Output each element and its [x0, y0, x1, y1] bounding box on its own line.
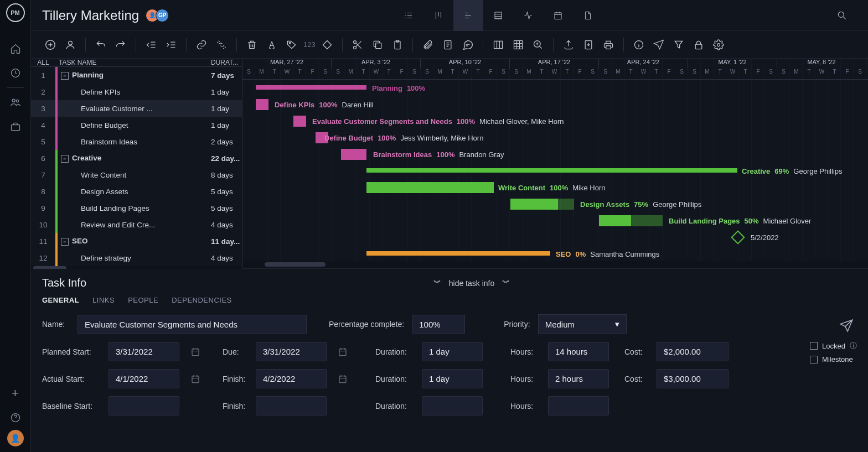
view-sheet-icon[interactable]: [483, 0, 513, 31]
tab-links[interactable]: LINKS: [92, 296, 115, 304]
task-name-input[interactable]: [78, 315, 307, 334]
export-icon[interactable]: [560, 37, 577, 53]
columns-icon[interactable]: [490, 37, 507, 53]
view-activity-icon[interactable]: [513, 0, 543, 31]
tab-people[interactable]: PEOPLE: [128, 296, 158, 304]
task-row[interactable]: 10Review and Edit Cre...4 days: [31, 216, 242, 233]
filter-icon[interactable]: [670, 37, 687, 53]
view-board-icon[interactable]: [423, 0, 453, 31]
send-plane-icon[interactable]: [839, 319, 854, 335]
finish-input[interactable]: [256, 369, 327, 388]
col-header-duration[interactable]: DURAT...: [211, 59, 242, 66]
info-icon[interactable]: [631, 37, 647, 53]
tab-general[interactable]: GENERAL: [42, 296, 79, 304]
outdent-icon[interactable]: [143, 37, 159, 53]
unlink-icon[interactable]: [213, 37, 230, 53]
col-header-all[interactable]: ALL: [31, 59, 55, 66]
user-avatar[interactable]: 👤: [7, 430, 24, 446]
gantt-row[interactable]: 5/2/2022: [242, 229, 868, 246]
settings-icon[interactable]: [710, 37, 727, 53]
task-row[interactable]: 12Define strategy4 days: [31, 250, 242, 266]
view-list-icon[interactable]: [394, 0, 423, 31]
search-icon[interactable]: [827, 0, 857, 31]
task-row[interactable]: 2Define KPIs1 day: [31, 84, 242, 100]
hours-planned-input[interactable]: [548, 342, 609, 361]
zoom-icon[interactable]: [530, 37, 546, 53]
gantt-row[interactable]: Brainstorm Ideas100%Brandon Gray: [242, 146, 868, 163]
calendar-icon[interactable]: [334, 343, 351, 361]
text-icon[interactable]: [264, 37, 280, 53]
briefcase-icon[interactable]: [0, 115, 31, 139]
view-calendar-icon[interactable]: [543, 0, 573, 31]
member-avatar[interactable]: GP: [156, 9, 169, 22]
col-header-name[interactable]: TASK NAME: [55, 59, 211, 66]
project-members[interactable]: 👤 GP: [149, 9, 169, 22]
note-icon[interactable]: [440, 37, 456, 53]
gantt-row[interactable]: SEO0%Samantha Cummings: [242, 246, 868, 262]
milestone-checkbox[interactable]: Milestone: [810, 355, 857, 363]
view-gantt-icon[interactable]: [453, 0, 483, 31]
duration-actual-input[interactable]: [422, 369, 483, 388]
assign-person-icon[interactable]: [62, 37, 79, 53]
indent-icon[interactable]: [163, 37, 179, 53]
task-row[interactable]: 4Define Budget1 day: [31, 117, 242, 133]
gantt-row[interactable]: Build Landing Pages50%Michael Glover: [242, 212, 868, 229]
copy-icon[interactable]: [369, 37, 386, 53]
gantt-row[interactable]: Design Assets75%George Phillips: [242, 196, 868, 212]
grid-icon[interactable]: [510, 37, 526, 53]
task-row[interactable]: 9Build Landing Pages5 days: [31, 200, 242, 216]
attachment-icon[interactable]: [420, 37, 436, 53]
hide-task-info-toggle[interactable]: ︾ hide task info ︾: [433, 278, 510, 288]
redo-icon[interactable]: [112, 37, 129, 53]
people-icon[interactable]: [0, 90, 31, 115]
cut-icon[interactable]: [349, 37, 366, 53]
task-row[interactable]: 7Write Content8 days: [31, 167, 242, 183]
help-icon[interactable]: [0, 406, 31, 430]
tag-icon[interactable]: [283, 37, 300, 53]
task-row[interactable]: 5Brainstorm Ideas2 days: [31, 133, 242, 150]
locked-checkbox[interactable]: Lockedⓘ: [810, 341, 857, 351]
link-icon[interactable]: [193, 37, 210, 53]
clock-icon[interactable]: [0, 61, 31, 85]
gantt-chart[interactable]: MAR, 27 '22APR, 3 '22APR, 10 '22APR, 17 …: [242, 59, 868, 268]
pct-input[interactable]: [412, 315, 465, 334]
gantt-row[interactable]: Planning100%: [242, 80, 868, 96]
gantt-scrollbar[interactable]: [242, 261, 868, 268]
cost-actual-input[interactable]: [657, 369, 728, 388]
lock-icon[interactable]: [690, 37, 707, 53]
home-icon[interactable]: [0, 37, 31, 61]
priority-select[interactable]: Medium▾: [538, 314, 627, 334]
baseline-duration-input[interactable]: [422, 396, 483, 415]
diamond-icon[interactable]: [319, 37, 335, 53]
hours-actual-input[interactable]: [548, 369, 609, 388]
send-icon[interactable]: [650, 37, 667, 53]
undo-icon[interactable]: [92, 37, 109, 53]
app-logo[interactable]: PM: [6, 3, 25, 22]
duration-planned-input[interactable]: [422, 342, 483, 361]
task-row[interactable]: 11−SEO11 day...: [31, 233, 242, 250]
task-row[interactable]: 6−Creative22 day...: [31, 150, 242, 167]
view-file-icon[interactable]: [573, 0, 603, 31]
task-row[interactable]: 8Design Assets5 days: [31, 183, 242, 200]
add-button[interactable]: +: [0, 381, 31, 406]
gantt-row[interactable]: Define KPIs100%Daren Hill: [242, 96, 868, 113]
print-icon[interactable]: [600, 37, 617, 53]
baseline-hours-input[interactable]: [548, 396, 609, 415]
calendar-icon[interactable]: [334, 370, 351, 388]
baseline-start-input[interactable]: [108, 396, 179, 415]
paste-icon[interactable]: [389, 37, 406, 53]
planned-start-input[interactable]: [108, 342, 179, 361]
calendar-icon[interactable]: [187, 343, 204, 361]
task-row[interactable]: 3Evaluate Customer ...1 day: [31, 100, 242, 117]
download-icon[interactable]: [580, 37, 597, 53]
task-row[interactable]: 1−Planning7 days: [31, 67, 242, 84]
baseline-finish-input[interactable]: [256, 396, 327, 415]
gantt-row[interactable]: Evaluate Customer Segments and Needs100%…: [242, 113, 868, 129]
actual-start-input[interactable]: [108, 369, 179, 388]
gantt-row[interactable]: Creative69%George Phillips: [242, 163, 868, 179]
comment-icon[interactable]: [459, 37, 476, 53]
delete-icon[interactable]: [244, 37, 260, 53]
cost-planned-input[interactable]: [657, 342, 728, 361]
gantt-row[interactable]: Write Content100%Mike Horn: [242, 179, 868, 196]
tab-dependencies[interactable]: DEPENDENCIES: [172, 296, 232, 304]
